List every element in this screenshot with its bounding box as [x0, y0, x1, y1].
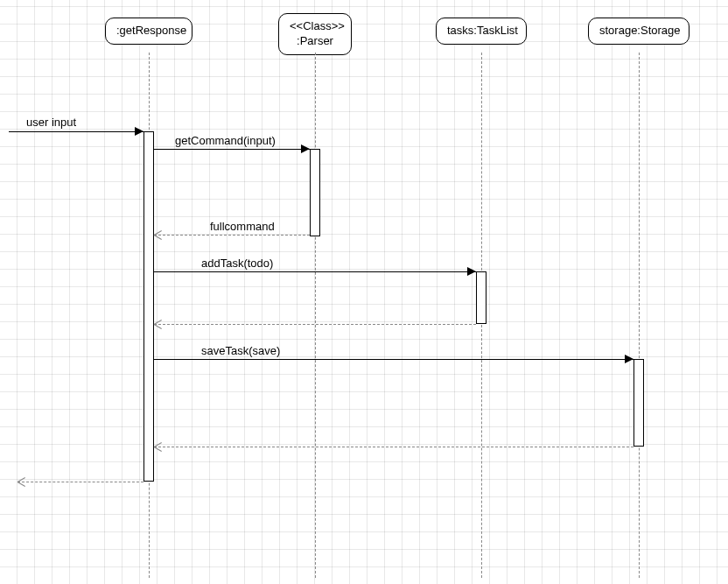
arrow-final-return — [18, 482, 144, 482]
participant-label: tasks:TaskList — [447, 24, 518, 37]
lifeline-storage — [639, 53, 640, 578]
return-fullcommand: fullcommand — [210, 220, 275, 233]
participant-tasklist: tasks:TaskList — [436, 18, 527, 45]
participant-label: storage:Storage — [599, 24, 681, 37]
arrow-savetask — [154, 359, 634, 360]
activation-storage — [634, 359, 644, 447]
arrowhead-savetask — [625, 355, 634, 363]
arrowhead-addtask-return — [154, 324, 163, 333]
arrowhead-fullcommand — [154, 235, 163, 243]
arrow-savetask-return — [154, 447, 634, 447]
initial-arrowhead — [135, 127, 144, 136]
arrow-fullcommand — [154, 235, 310, 236]
initial-arrow — [9, 131, 144, 132]
activation-tasklist — [476, 271, 486, 324]
message-addtask: addTask(todo) — [201, 257, 273, 270]
arrowhead-savetask-return — [154, 447, 163, 455]
message-getcommand: getCommand(input) — [175, 134, 276, 147]
arrowhead-final-return — [18, 482, 26, 490]
participant-label: :getResponse — [116, 24, 186, 37]
participant-label: <<Class>> :Parser — [290, 19, 345, 47]
arrow-addtask — [154, 271, 476, 272]
activation-parser — [310, 149, 320, 236]
arrow-getcommand — [154, 149, 310, 150]
lifeline-parser — [315, 53, 316, 578]
arrowhead-getcommand — [301, 144, 310, 153]
initial-message-label: user input — [26, 116, 76, 129]
participant-getresponse: :getResponse — [105, 18, 192, 45]
activation-getresponse — [144, 131, 154, 482]
message-savetask: saveTask(save) — [201, 344, 280, 357]
arrow-addtask-return — [154, 324, 476, 325]
arrowhead-addtask — [467, 267, 476, 276]
participant-storage: storage:Storage — [588, 18, 690, 45]
participant-parser: <<Class>> :Parser — [278, 13, 352, 55]
